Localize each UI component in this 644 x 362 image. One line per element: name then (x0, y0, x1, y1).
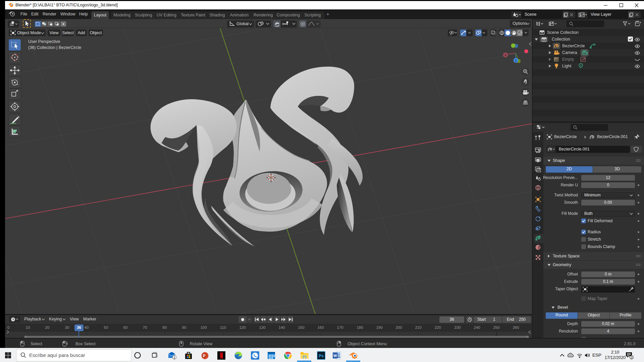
svg-text:W: W (333, 354, 337, 358)
svg-text:X: X (504, 53, 507, 57)
svg-text:1: 1 (173, 356, 175, 359)
svg-text:Z: Z (515, 59, 517, 62)
svg-text:3: 3 (631, 356, 633, 359)
svg-text:P: P (203, 354, 205, 358)
svg-text:Ps: Ps (319, 354, 324, 358)
